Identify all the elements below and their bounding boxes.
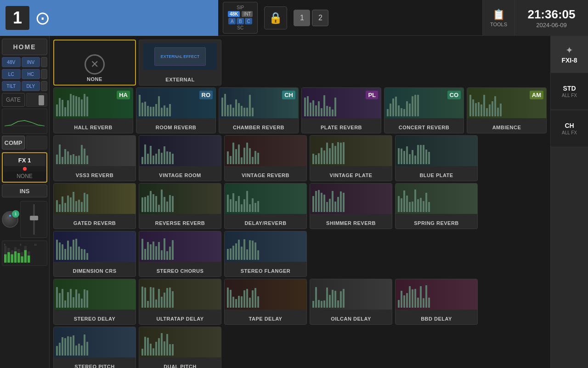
svg-text:9: 9 — [20, 244, 22, 246]
tools-button[interactable]: 📋 TOOLS — [482, 0, 514, 36]
gate-fader[interactable] — [26, 93, 47, 107]
num-btn-1[interactable]: 1 — [294, 10, 310, 26]
fx-item-label: NONE — [87, 76, 102, 82]
fx-item-thumb — [225, 184, 306, 215]
fx-item-spring_reverb[interactable]: SPRING REVERB — [395, 183, 478, 229]
ch-sub: ALL FX — [562, 130, 577, 135]
comp-row: COMP — [2, 136, 47, 150]
level-fader[interactable] — [20, 201, 47, 238]
home-button[interactable]: HOME — [2, 39, 47, 55]
abc-a[interactable]: A — [228, 18, 236, 24]
fx-item-label: DUAL PITCH — [164, 364, 196, 368]
abc-c[interactable]: C — [245, 18, 252, 24]
svg-rect-6 — [11, 254, 13, 263]
fx-item-vintage_reverb[interactable]: VINTAGE REVERB — [224, 135, 307, 181]
fx-item-label: STEREO DELAY — [74, 316, 116, 322]
fx-item-label: VINTAGE PLATE — [330, 172, 373, 178]
gate-row: GATE — [2, 93, 47, 107]
fx-item-dimension_crs[interactable]: DIMENSION CRS — [53, 231, 136, 277]
fx-item-thumb — [139, 231, 221, 263]
svg-rect-16 — [28, 255, 30, 262]
fx-item-external[interactable]: EXTERNAL EFFECT EXTERNAL — [139, 40, 221, 86]
fx-item-label: BLUE PLATE — [419, 172, 453, 178]
strip-tilt[interactable]: TILT — [2, 81, 21, 91]
fx-item-vintage_room[interactable]: VINTAGE ROOM — [139, 135, 221, 181]
fx-item-label: STEREO PITCH — [74, 364, 114, 368]
comp-fader[interactable] — [26, 136, 47, 150]
fxi8-button[interactable]: ✦ FXI-8 — [551, 36, 588, 73]
comp-button[interactable]: COMP — [2, 136, 25, 150]
fx-item-ambience[interactable]: AM AMBIENCE — [467, 87, 547, 133]
fx-item-thumb — [139, 184, 221, 215]
fx-item-thumb — [54, 327, 136, 358]
lock-button[interactable]: 🔒 — [264, 6, 287, 29]
fx-item-plate_reverb[interactable]: PL PLATE REVERB — [301, 87, 381, 133]
strip-fader-3[interactable] — [41, 81, 47, 91]
fx-item-none[interactable]: ✕ NONE — [53, 40, 136, 86]
sip-block[interactable]: SIP 48K INT A B C SC — [223, 2, 258, 34]
strip-inv[interactable]: INV — [22, 57, 40, 67]
fx-item-label: STEREO CHORUS — [157, 268, 204, 274]
fx-item-hall_reverb[interactable]: HA HALL REVERB — [53, 87, 133, 133]
none-x-icon: ✕ — [90, 58, 99, 70]
strip-48v[interactable]: 48V — [2, 57, 21, 67]
fx-item-bbd_delay[interactable]: BBD DELAY — [395, 279, 478, 325]
fx-item-label: ROOM REVERB — [156, 125, 197, 130]
fx-item-concert_reverb[interactable]: CO CONCERT REVERB — [384, 87, 464, 133]
right-sidebar: ✦ FXI-8 STD ALL FX CH ALL FX — [550, 36, 588, 368]
fx-item-gated_reverb[interactable]: GATED REVERB — [53, 183, 136, 229]
strip-dly[interactable]: DLY — [22, 81, 40, 91]
fx-item-chamber_reverb[interactable]: CH CHAMBER REVERB — [219, 87, 299, 133]
fx1-button[interactable]: FX 1 — [4, 154, 45, 166]
fx-item-room_reverb[interactable]: RO ROOM REVERB — [136, 87, 216, 133]
bitrate-badge: 48K — [228, 11, 240, 17]
gate-button[interactable]: GATE — [2, 93, 25, 107]
ins-button[interactable]: INS — [2, 184, 47, 197]
fx-item-ultratap_delay[interactable]: ULTRATAP DELAY — [139, 279, 221, 325]
fx-item-dual_pitch[interactable]: DUAL PITCH — [139, 327, 221, 368]
fx-item-label: REVERSE REVERB — [155, 220, 205, 226]
none-circle: ✕ — [85, 54, 105, 75]
fx-item-thumb: EXTERNAL EFFECT — [139, 40, 221, 71]
fx-item-blue_plate[interactable]: BLUE PLATE — [395, 135, 478, 181]
fx-row: VSS3 REVERB VINTAGE ROOM VINTAGE REVERB — [53, 135, 547, 181]
fx-item-label: DIMENSION CRS — [73, 268, 116, 274]
strip-hc[interactable]: HC — [22, 69, 40, 79]
strip-fader-1[interactable] — [41, 57, 47, 67]
channel-icon: ⊙ — [35, 7, 51, 29]
ch-button[interactable]: CH ALL FX — [551, 110, 588, 147]
fx-item-thumb: PL — [302, 88, 381, 119]
fx-item-stereo_pitch[interactable]: STEREO PITCH — [53, 327, 136, 368]
strip-fader-2[interactable] — [41, 69, 47, 79]
knob-row: 1 — [2, 201, 47, 238]
std-button[interactable]: STD ALL FX — [551, 73, 588, 110]
knob-dot — [9, 215, 11, 217]
clock-time: 21:36:05 — [527, 7, 575, 22]
fx-item-oilcan_delay[interactable]: OILCAN DELAY — [310, 279, 392, 325]
fx-item-label: STEREO FLANGER — [241, 268, 290, 274]
fx-item-thumb: RO — [136, 88, 215, 119]
fx-item-thumb — [396, 184, 477, 215]
std-sub: ALL FX — [562, 93, 577, 98]
fx-item-stereo_delay[interactable]: STEREO DELAY — [53, 279, 136, 325]
top-bar: 1 ⊙ SIP 48K INT A B C SC 🔒 1 2 📋 TOOLS 2… — [0, 0, 588, 36]
fx-item-tape_delay[interactable]: TAPE DELAY — [224, 279, 307, 325]
fx-item-thumb — [396, 279, 477, 310]
fx-item-shimmer_reverb[interactable]: SHIMMER REVERB — [310, 183, 392, 229]
fx-item-vintage_plate[interactable]: VINTAGE PLATE — [310, 135, 392, 181]
main-knob[interactable]: 1 — [2, 211, 18, 228]
fx-item-delay_reverb[interactable]: DELAY/REVERB — [224, 183, 307, 229]
fx-item-thumb — [225, 136, 306, 167]
strip-lc[interactable]: LC — [2, 69, 21, 79]
fx-item-reverse_reverb[interactable]: REVERSE REVERB — [139, 183, 221, 229]
fx-row: GATED REVERB REVERSE REVERB DELAY/REVERB — [53, 183, 547, 229]
fx1-dot — [23, 167, 27, 171]
num-btn-2[interactable]: 2 — [312, 10, 328, 26]
fx-item-stereo_flanger[interactable]: STEREO FLANGER — [224, 231, 307, 277]
fx-item-vss3_reverb[interactable]: VSS3 REVERB — [53, 135, 136, 181]
fx-item-label: TAPE DELAY — [249, 316, 283, 322]
fx-item-stereo_chorus[interactable]: STEREO CHORUS — [139, 231, 221, 277]
svg-rect-14 — [24, 250, 27, 263]
abc-b[interactable]: B — [237, 18, 244, 24]
fx-item-label: PLATE REVERB — [321, 125, 362, 130]
